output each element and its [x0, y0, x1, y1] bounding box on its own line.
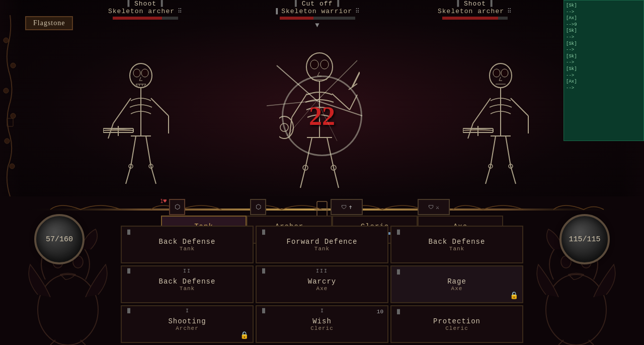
axe-weapon-icon: ⚔ — [436, 204, 439, 211]
action-tier-icon-4: III — [316, 268, 328, 274]
enemy-right-banner: ▐ Shoot ▌ Skeleton archer ⠿ — [438, 0, 512, 21]
action-warcry-axe[interactable]: ▐▌ III Warcry Axe — [256, 265, 388, 303]
action-icon-left-6: ▐▌ — [126, 308, 132, 314]
svg-point-0 — [4, 38, 9, 43]
log-line-8: --> — [566, 47, 641, 53]
enemy-right-action: ▐ Shoot ▌ — [438, 0, 512, 8]
enemy-right-grid-icon: ⠿ — [507, 8, 512, 15]
skeleton-archer-right — [463, 48, 538, 189]
enemy-right-hp-container — [442, 17, 508, 20]
enemy-left-action-text: Shoot — [134, 0, 156, 8]
action-name-2: Back Defense — [429, 238, 486, 246]
cleric-tab-icon: 🛡 ✝ — [331, 199, 363, 215]
enemy-left-name-row: Skeleton archer ⠿ — [108, 8, 183, 15]
action-name-4: Warcry — [308, 278, 336, 286]
svg-point-3 — [11, 113, 16, 118]
svg-line-57 — [473, 98, 491, 123]
svg-point-9 — [141, 69, 148, 77]
svg-line-41 — [300, 168, 305, 188]
battle-log-panel: [Sk] --> [Ax] -->9 [Sk] --> [Sk] --> [Sk… — [564, 0, 644, 141]
action-class-4: Axe — [316, 286, 328, 292]
tank-tab-icon: ⬡ — [169, 199, 185, 215]
log-line-12: --> — [566, 73, 641, 79]
action-back-defense-tank-2[interactable]: ▐▌ Back Defense Tank — [390, 226, 523, 263]
enemy-center-name: Skeleton warrior — [281, 8, 352, 15]
wish-count: 10 — [377, 309, 383, 315]
cleric-cross-icon: ✝ — [349, 204, 352, 211]
log-line-9: [Sk] — [566, 53, 641, 60]
enemy-right-hp-bar — [442, 17, 498, 20]
action-name-1: Forward Defence — [286, 238, 357, 246]
log-line-3: [Ax] — [566, 15, 641, 22]
action-tier-icon-3: II — [183, 268, 191, 274]
enemy-left-action: ▐ Shoot ▌ — [108, 0, 183, 8]
enemy-center-name-row: ▐ Skeleton warrior ⠿ — [274, 8, 360, 15]
log-line-6: --> — [566, 34, 641, 41]
svg-line-22 — [146, 136, 151, 166]
action-rage-axe[interactable]: ▐▌ 🔒 Rage Axe — [390, 265, 523, 303]
vine-decoration-left — [2, 15, 18, 206]
axe-tab-icon: 🛡 ⚔ — [418, 199, 450, 215]
action-name-0: Back Defense — [159, 238, 216, 246]
svg-point-2 — [4, 88, 9, 93]
log-line-2: --> — [566, 9, 641, 16]
svg-line-59 — [511, 98, 528, 116]
health-orb-right: 115/115 — [559, 214, 610, 264]
svg-point-4 — [5, 139, 10, 144]
battle-indicator: 22 — [282, 76, 362, 156]
svg-line-66 — [506, 136, 511, 166]
action-wish-cleric[interactable]: ▐▌ I 10 Wish Cleric — [256, 305, 388, 343]
action-back-defense-tank-3[interactable]: ▐▌ II Back Defense Tank — [121, 265, 254, 303]
action-tier-icon-6: I — [186, 308, 189, 314]
bottom-ui-panel: ⬡ ⬡ 🛡 ✝ 🛡 ⚔ 1♥ Tank Archer — [0, 196, 644, 345]
action-class-1: Tank — [314, 246, 330, 252]
svg-line-64 — [491, 136, 496, 166]
archer-tab-icon: ⬡ — [250, 199, 266, 215]
svg-point-53 — [493, 69, 500, 77]
action-protection-cleric[interactable]: ▐▌ Protection Cleric — [390, 305, 523, 343]
tank-hp-indicator: 1♥ — [160, 198, 167, 204]
rage-lock-icon: 🔒 — [510, 291, 518, 300]
action-icon-left-2: ▐▌ — [395, 230, 401, 235]
action-name-7: Wish — [312, 317, 332, 325]
enemy-center-hp-container — [280, 17, 355, 20]
enemy-left-banner: ▐ Shoot ▌ Skeleton archer ⠿ — [108, 0, 183, 21]
enemy-right-name: Skeleton archer — [438, 8, 504, 15]
health-orb-left: 57/160 — [34, 214, 85, 264]
action-name-6: Shooting — [168, 317, 206, 325]
action-shooting-archer[interactable]: ▐▌ I 🔒 Shooting Archer — [121, 305, 254, 343]
svg-point-27 — [310, 60, 318, 69]
action-class-3: Tank — [180, 286, 195, 292]
action-icon-left-8: ▐▌ — [395, 309, 401, 315]
action-icon-left-1: ▐▌ — [261, 230, 267, 235]
svg-point-5 — [10, 164, 15, 169]
action-forward-defence-tank[interactable]: ▐▌ Forward Defence Tank — [256, 226, 388, 263]
action-back-defense-tank-1[interactable]: ▐▌ Back Defense Tank — [121, 226, 254, 263]
svg-point-78 — [546, 274, 606, 345]
enemy-center-action-text: Cut off — [302, 0, 333, 8]
enemy-center-banner: ▐ Cut off ▌ ▐ Skeleton warrior ⠿ ▼ — [274, 0, 360, 29]
axe-shield-icon: 🛡 — [428, 204, 434, 211]
log-line-13: [Ax] — [566, 79, 641, 85]
enemy-center-icon-left: ▐ — [274, 8, 278, 15]
svg-point-1 — [11, 63, 16, 68]
hp-left-value: 57/160 — [46, 235, 73, 244]
svg-line-58 — [468, 123, 473, 139]
svg-point-73 — [38, 274, 98, 345]
action-class-7: Cleric — [310, 325, 334, 331]
action-name-8: Protection — [433, 317, 480, 325]
log-line-14: --> — [566, 85, 641, 92]
enemy-right-name-row: Skeleton archer ⠿ — [438, 8, 512, 15]
location-label: Flagstone — [25, 16, 73, 30]
enemy-left-name: Skeleton archer — [108, 8, 175, 15]
action-icon-left-7: ▐▌ — [261, 308, 267, 314]
hp-right-value: 115/115 — [569, 235, 600, 244]
enemy-left-grid-icon: ⠿ — [178, 8, 183, 15]
action-icon-left-3: ▐▌ — [126, 268, 132, 274]
action-class-5: Axe — [451, 286, 463, 292]
enemy-left-hp-bar — [113, 17, 162, 20]
action-class-2: Tank — [449, 246, 464, 252]
action-name-3: Back Defense — [159, 278, 216, 286]
log-line-4: -->9 — [566, 22, 641, 28]
enemy-right-action-text: Shoot — [464, 0, 486, 8]
